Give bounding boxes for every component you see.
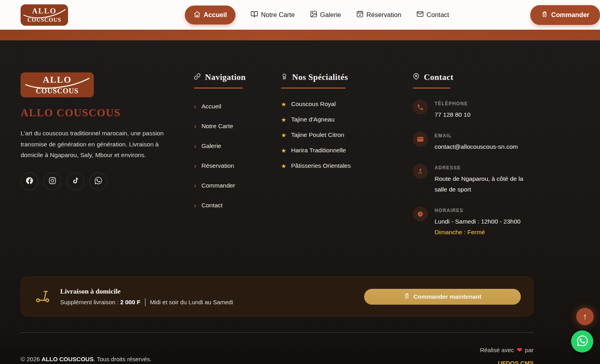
specialty-item: ★Tajine Poulet Citron [281,131,413,139]
contact-heading: Contact [413,72,534,82]
specialty-item: ★Tajine d'Agneau [281,115,413,124]
scroll-to-top-button[interactable]: ↑ [576,308,594,325]
footer-nav-item-galerie[interactable]: ›Galerie [194,142,281,150]
footer-brand-column: ALLO COUSCOUS ALLO COUSCOUS L'art du cou… [21,72,194,249]
nav-item-accueil[interactable]: Accueil [185,6,236,25]
chevron-right-icon: › [194,103,196,110]
star-icon: ★ [281,163,286,169]
phone-icon [413,100,428,115]
heading-underline [194,87,243,89]
footer-nav-item-notre-carte[interactable]: ›Notre Carte [194,123,281,130]
calendar-check-icon [356,10,364,19]
copyright-brand: ALLO COUSCOUS [42,356,94,362]
footer-bottom-bar: © 2026 ALLO COUSCOUS. Tous droits réserv… [21,343,534,364]
specialty-label: Harira Traditionnelle [291,146,346,155]
heading-underline [413,87,450,89]
contact-email-item: EMAIL contact@allocouscous-sn.com [413,132,534,152]
footer-nav-label[interactable]: Notre Carte [201,123,233,130]
book-icon [251,10,258,19]
mail-icon [416,10,424,19]
navigation-title: Navigation [205,72,246,82]
accent-strip [0,30,600,40]
specialty-label: Pâtisseries Orientales [291,161,351,170]
heart-icon: ❤ [517,347,522,353]
tiktok-button[interactable] [66,173,84,190]
main-nav: Accueil Notre Carte Galerie Réservation … [185,6,449,25]
contact-hours-value: Lundi - Samedi : 12h00 - 23h00 [435,216,520,227]
tiktok-icon [71,176,80,186]
footer-nav-list: ›Accueil ›Notre Carte ›Galerie ›Réservat… [194,103,281,209]
contact-phone-item: TÉLÉPHONE 77 128 80 10 [413,100,534,120]
footer-nav-item-reservation[interactable]: ›Réservation [194,162,281,169]
nav-label: Contact [427,11,449,19]
footer-nav-item-accueil[interactable]: ›Accueil [194,103,281,110]
footer-nav-item-commander[interactable]: ›Commander [194,182,281,189]
footer-nav-label[interactable]: Galerie [201,142,221,150]
commander-maintenant-label: Commander maintenant [414,293,482,300]
facebook-button[interactable] [21,173,38,190]
footer-nav-label[interactable]: Réservation [201,162,234,169]
footer-nav-item-contact[interactable]: ›Contact [194,202,281,209]
chevron-right-icon: › [194,202,196,209]
vertical-divider [145,298,146,306]
nav-item-notre-carte[interactable]: Notre Carte [251,10,294,19]
footer-nav-label[interactable]: Commander [201,182,235,189]
ufdos-cms-link[interactable]: UFDOS CMS [480,356,534,364]
nav-item-contact[interactable]: Contact [416,10,449,19]
footer: ALLO COUSCOUS ALLO COUSCOUS L'art du cou… [0,40,600,364]
chevron-right-icon: › [194,162,196,169]
chevron-right-icon: › [194,142,196,150]
specialties-title: Nos Spécialités [292,72,348,82]
contact-hours-closed: Dimanche : Fermé [435,227,520,237]
star-icon: ★ [281,148,286,154]
delivery-price: 2 000 F [120,299,141,305]
footer-nav-label[interactable]: Contact [201,202,222,209]
contact-hours-item: HORAIRES Lundi - Samedi : 12h00 - 23h00 … [413,207,534,237]
footer-nav-label[interactable]: Accueil [201,103,221,110]
footer-navigation-column: Navigation ›Accueil ›Notre Carte ›Galeri… [194,72,281,249]
logo-swoosh [21,4,68,26]
arrow-up-icon: ↑ [583,312,587,321]
instagram-button[interactable] [44,173,61,190]
navigation-heading: Navigation [194,72,281,82]
credit-text: Réalisé avec ❤ par UFDOS CMS [480,343,534,364]
email-icon [413,132,428,147]
contact-phone-value[interactable]: 77 128 80 10 [435,109,471,120]
instagram-icon [48,176,57,186]
contact-label: TÉLÉPHONE [435,101,471,106]
specialty-label: Couscous Royal [291,100,336,108]
commander-button[interactable]: Commander [530,5,600,25]
footer-logo[interactable]: ALLO COUSCOUS [21,72,94,97]
specialties-heading: Nos Spécialités [281,72,413,82]
delivery-schedule: Midi et soir du Lundi au Samedi [150,299,233,305]
site-logo[interactable]: ALLO COUSCOUS [21,4,68,26]
star-icon: ★ [281,101,286,107]
specialty-item: ★Couscous Royal [281,100,413,108]
footer-specialties-column: Nos Spécialités ★Couscous Royal ★Tajine … [281,72,413,249]
top-navbar: ALLO COUSCOUS Accueil Notre Carte Galeri… [0,0,600,30]
nav-item-galerie[interactable]: Galerie [310,10,341,19]
commander-label: Commander [551,11,589,19]
credit-suffix: par [525,347,534,353]
whatsapp-button[interactable] [89,173,107,190]
whatsapp-icon [576,335,589,348]
nav-item-reservation[interactable]: Réservation [356,10,401,19]
contact-title: Contact [424,72,454,82]
contact-address-item: ADRESSE Route de Ngaparou, à côté de la … [413,164,534,195]
clock-icon [413,207,428,222]
delivery-supplement-label: Supplément livraison : [60,299,119,305]
delivery-banner: Livraison à domicile Supplément livraiso… [21,277,534,317]
contact-email-value[interactable]: contact@allocouscous-sn.com [435,141,518,152]
chevron-right-icon: › [194,123,196,130]
shopping-bag-icon [404,293,410,300]
whatsapp-float-button[interactable] [571,330,593,353]
home-icon [194,11,201,19]
commander-maintenant-button[interactable]: Commander maintenant [364,289,521,305]
shopping-bag-icon [541,11,548,19]
contact-label: HORAIRES [435,208,520,213]
footer-contact-column: Contact TÉLÉPHONE 77 128 80 10 [413,72,534,249]
copyright-year: © 2026 [21,356,40,362]
delivery-text: Livraison à domicile Supplément livraiso… [60,287,233,306]
contact-address-value: Route de Ngaparou, à côté de la salle de… [435,173,529,195]
map-pin-icon [413,73,420,82]
